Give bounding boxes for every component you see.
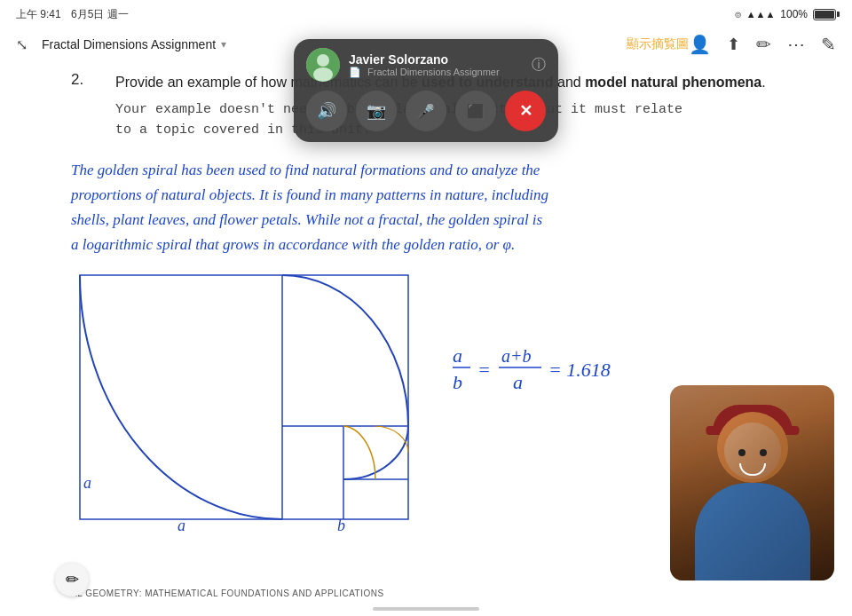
caller-name: Javier Solorzano <box>349 52 523 67</box>
wifi-icon: ⌾ <box>735 8 741 20</box>
formula-area: a b = a+b a = 1.618 <box>453 266 648 408</box>
eraser-icon: ✏ <box>66 570 79 589</box>
doc-title-text: Fractal Dimensions Assignment <box>42 37 216 51</box>
chevron-down-icon: ▾ <box>221 38 226 51</box>
person-body <box>695 483 810 580</box>
golden-spiral-diagram: a a b <box>71 266 417 533</box>
info-icon[interactable]: ⓘ <box>532 56 546 75</box>
left-eye <box>738 449 746 456</box>
facetime-header: Javier Solorzano 📄 Fractal Dimensions As… <box>306 48 546 82</box>
status-date: 6月5日 週一 <box>71 8 129 20</box>
svg-text:b: b <box>453 371 462 393</box>
camera-thumbnail <box>670 385 834 580</box>
toolbar-right: 👤 ⬆ ✏ ⋯ ✎ <box>689 34 836 55</box>
compress-icon[interactable]: ⤡ <box>16 36 28 53</box>
status-indicators: ⌾ ▲▲▲ 100% <box>735 8 836 20</box>
more-icon[interactable]: ⋯ <box>787 34 805 55</box>
svg-text:a: a <box>453 344 462 367</box>
svg-text:a: a <box>178 517 185 533</box>
svg-text:a: a <box>513 371 523 393</box>
caller-avatar <box>306 48 340 82</box>
svg-text:a: a <box>83 474 91 492</box>
eraser-tool[interactable]: ✏ <box>55 563 89 596</box>
show-gallery-button[interactable]: 顯示摘覧圖 <box>627 36 689 52</box>
facetime-doc: 📄 Fractal Dimensions Assignmer <box>349 67 509 78</box>
svg-point-1 <box>317 54 329 67</box>
status-time: 上午 9:41 <box>16 8 61 20</box>
facetime-controls: 🔊 📷 🎤 ⬛ ✕ <box>306 91 546 131</box>
video-feed <box>670 385 834 580</box>
document-title-area[interactable]: Fractal Dimensions Assignment ▾ <box>42 37 226 51</box>
signal-icon: ▲▲▲ <box>746 9 776 20</box>
edit-icon[interactable]: ✎ <box>821 34 836 55</box>
status-time-date: 上午 9:41 6月5日 週一 <box>16 7 129 22</box>
svg-rect-3 <box>80 275 408 519</box>
handwritten-answer: The golden spiral has been used to find … <box>71 158 799 257</box>
screen-share-button[interactable]: ⬛ <box>455 91 496 131</box>
page-caption: AL GEOMETRY: MATHEMATICAL FOUNDATIONS AN… <box>71 588 384 598</box>
battery-icon <box>813 9 836 20</box>
end-call-button[interactable]: ✕ <box>505 91 546 131</box>
share-icon[interactable]: ⬆ <box>727 35 740 54</box>
right-eye <box>760 449 767 456</box>
svg-point-2 <box>313 67 333 82</box>
svg-text:=: = <box>477 359 491 381</box>
question-number: 2. <box>71 71 98 153</box>
mute-button[interactable]: 🎤 <box>406 91 446 131</box>
home-bar <box>373 607 479 611</box>
facetime-overlay: Javier Solorzano 📄 Fractal Dimensions As… <box>294 39 558 142</box>
handwritten-text: The golden spiral has been used to find … <box>71 158 799 257</box>
svg-text:= 1.618: = 1.618 <box>548 359 611 381</box>
facetime-doc-name: Fractal Dimensions Assignmer <box>367 67 500 77</box>
speaker-button[interactable]: 🔊 <box>306 91 347 131</box>
camera-button[interactable]: 📷 <box>356 91 397 131</box>
toolbar-left: ⤡ Fractal Dimensions Assignment ▾ <box>16 36 226 53</box>
status-bar: 上午 9:41 6月5日 週一 ⌾ ▲▲▲ 100% <box>0 0 852 25</box>
svg-text:a+b: a+b <box>501 346 532 366</box>
battery-percent: 100% <box>780 8 808 20</box>
svg-text:b: b <box>337 517 345 533</box>
collaboration-icon[interactable]: 👤 <box>689 34 711 55</box>
markup-icon[interactable]: ✏ <box>756 34 771 55</box>
caller-info: Javier Solorzano 📄 Fractal Dimensions As… <box>349 52 523 78</box>
